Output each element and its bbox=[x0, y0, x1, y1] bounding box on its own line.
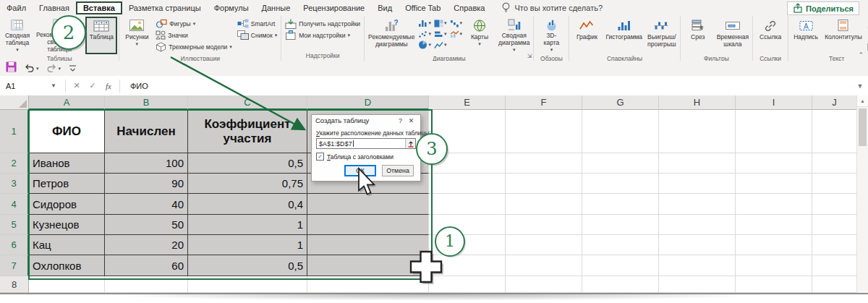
cell-G5[interactable] bbox=[582, 215, 659, 235]
cell-J6[interactable] bbox=[812, 235, 857, 255]
sparkline-line-button[interactable]: График bbox=[571, 17, 603, 54]
cell-B6[interactable]: 20 bbox=[105, 235, 188, 255]
cell-G4[interactable] bbox=[582, 194, 659, 215]
range-picker-button[interactable] bbox=[406, 139, 415, 148]
cell-A2[interactable]: Иванов bbox=[29, 153, 105, 174]
row-header-7[interactable]: 7 bbox=[0, 255, 29, 276]
sparkline-column-button[interactable]: Гистограмма bbox=[603, 17, 644, 54]
cell-J8[interactable] bbox=[812, 276, 857, 293]
cell-C6[interactable]: 1 bbox=[188, 235, 307, 255]
table-range-input[interactable]: $A$1:$D$7 bbox=[317, 139, 406, 148]
cell-C4[interactable]: 0,4 bbox=[188, 194, 307, 215]
header-footer-button[interactable]: Колонтитулы bbox=[822, 17, 864, 54]
formula-bar-expand-icon[interactable]: ▼ bbox=[852, 82, 868, 90]
column-header-J[interactable]: J bbox=[812, 95, 857, 110]
pictures-button[interactable]: Рисунки▾ bbox=[121, 17, 153, 54]
bar-chart-button[interactable]: ▾ bbox=[433, 29, 448, 39]
cell-C1[interactable]: Коэффициент участия bbox=[188, 110, 307, 153]
cell-E4[interactable] bbox=[429, 194, 506, 215]
column-header-F[interactable]: F bbox=[506, 95, 582, 110]
cell-G6[interactable] bbox=[582, 235, 659, 255]
signature-line-button[interactable]: ▾ bbox=[865, 30, 868, 40]
tab-office-tab[interactable]: Office Tab bbox=[399, 2, 447, 14]
object-button[interactable] bbox=[865, 41, 868, 52]
cell-J3[interactable] bbox=[812, 174, 857, 194]
smartart-button[interactable]: SmartArt bbox=[235, 18, 279, 29]
formula-input[interactable]: ФИО bbox=[123, 82, 852, 90]
row-header-3[interactable]: 3 bbox=[0, 174, 29, 194]
get-add-ins-button[interactable]: Получить надстройки bbox=[283, 18, 362, 29]
cell-A4[interactable]: Сидоров bbox=[29, 194, 105, 215]
cell-I8[interactable] bbox=[736, 276, 812, 293]
tab-view[interactable]: Вид bbox=[371, 2, 399, 14]
cell-H8[interactable] bbox=[659, 276, 736, 293]
column-header-A[interactable]: A bbox=[29, 95, 105, 110]
row-header-1[interactable]: 1 bbox=[0, 110, 29, 153]
cell-I7[interactable] bbox=[736, 255, 812, 276]
cell-C3[interactable]: 0,75 bbox=[188, 174, 307, 194]
cell-E3[interactable] bbox=[429, 174, 506, 194]
cell-I3[interactable] bbox=[736, 174, 812, 194]
cell-G2[interactable] bbox=[582, 153, 659, 174]
tab-page-layout[interactable]: Разметка страницы bbox=[122, 2, 208, 14]
name-box-dropdown-icon[interactable]: ▼ bbox=[51, 82, 62, 89]
slicer-button[interactable]: Срез bbox=[682, 17, 714, 54]
cell-B2[interactable]: 100 bbox=[105, 153, 188, 174]
3d-models-button[interactable]: Трехмерные модели▾ bbox=[153, 41, 234, 52]
cell-A7[interactable]: Охлопков bbox=[29, 255, 105, 276]
cell-B4[interactable]: 40 bbox=[105, 194, 188, 215]
cell-G8[interactable] bbox=[582, 276, 659, 293]
cell-F1[interactable] bbox=[506, 110, 582, 153]
cell-H1[interactable] bbox=[659, 110, 736, 153]
cell-I2[interactable] bbox=[736, 153, 812, 174]
enter-icon[interactable]: ✓ bbox=[85, 81, 101, 90]
cell-J4[interactable] bbox=[812, 194, 857, 215]
cell-C7[interactable]: 0,5 bbox=[188, 255, 307, 276]
insert-function-icon[interactable]: fx bbox=[101, 82, 116, 90]
row-header-4[interactable]: 4 bbox=[0, 194, 29, 215]
pivot-chart-button[interactable]: Сводная диаграмма▾ bbox=[496, 17, 532, 54]
ok-button[interactable]: ОК bbox=[344, 165, 376, 176]
cell-I5[interactable] bbox=[736, 215, 812, 235]
column-header-H[interactable]: H bbox=[659, 95, 736, 110]
cell-G7[interactable] bbox=[582, 255, 659, 276]
close-icon[interactable]: ✕ bbox=[406, 117, 417, 124]
cell-H3[interactable] bbox=[659, 174, 736, 194]
3d-map-button[interactable]: 3D- карта▾ bbox=[535, 17, 567, 54]
text-box-button[interactable]: AНадпись bbox=[790, 17, 822, 54]
dialog-launcher-icon[interactable]: ⇲ bbox=[527, 54, 532, 59]
waterfall-chart-button[interactable]: ▾ bbox=[449, 18, 464, 28]
redo-button[interactable]: ▾ bbox=[46, 62, 61, 75]
cell-E6[interactable] bbox=[429, 235, 506, 255]
cell-A8[interactable] bbox=[29, 276, 105, 293]
line-chart-button[interactable]: ▾ bbox=[433, 40, 448, 50]
treemap-chart-button[interactable]: ▾ bbox=[433, 18, 448, 28]
cell-H2[interactable] bbox=[659, 153, 736, 174]
cell-F8[interactable] bbox=[506, 276, 582, 293]
pivot-table-button[interactable]: Сводная таблица▾ bbox=[1, 17, 33, 54]
cell-D4[interactable] bbox=[307, 194, 429, 215]
screenshot-button[interactable]: Снимок▾ bbox=[235, 30, 279, 40]
collapse-ribbon-icon[interactable]: ⌃ bbox=[858, 51, 864, 59]
column-chart-button[interactable]: ▾ bbox=[417, 18, 432, 28]
cell-J1[interactable] bbox=[812, 110, 857, 153]
customize-qat-button[interactable] bbox=[68, 62, 77, 75]
cell-D5[interactable] bbox=[307, 215, 429, 235]
cell-F2[interactable] bbox=[506, 153, 582, 174]
headers-checkbox-row[interactable]: ✓ Таблица с заголовками bbox=[316, 153, 416, 161]
combo-chart-button[interactable]: ▾ bbox=[449, 29, 464, 39]
help-icon[interactable]: ? bbox=[395, 117, 406, 124]
table-button[interactable]: Таблица bbox=[85, 17, 117, 54]
tab-help[interactable]: Справка bbox=[447, 2, 491, 14]
shapes-button[interactable]: Фигуры▾ bbox=[153, 18, 234, 29]
timeline-button[interactable]: Временная шкала bbox=[715, 17, 751, 54]
save-button[interactable] bbox=[6, 61, 17, 75]
row-header-6[interactable]: 6 bbox=[0, 235, 29, 255]
row-header-8[interactable]: 8 bbox=[0, 276, 29, 293]
maps-button[interactable]: Карты▾ bbox=[464, 17, 495, 54]
cell-E8[interactable] bbox=[429, 276, 506, 293]
cancel-icon[interactable]: ✕ bbox=[69, 81, 85, 90]
wordart-button[interactable]: А▾ bbox=[865, 18, 868, 29]
scatter-chart-button[interactable]: ▾ bbox=[417, 29, 432, 39]
cell-F7[interactable] bbox=[506, 255, 582, 276]
